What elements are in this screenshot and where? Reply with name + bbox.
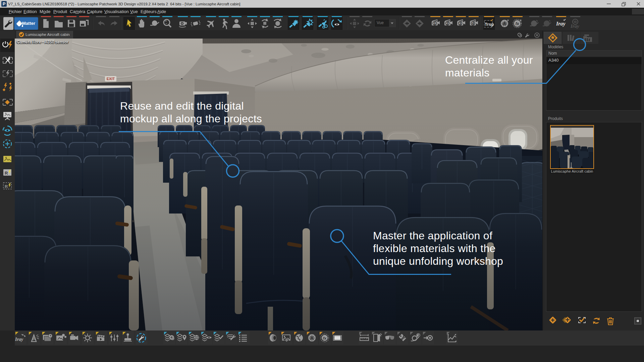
svg-text:Iray: Iray <box>570 23 579 29</box>
svg-text:1: 1 <box>434 21 436 25</box>
svg-text:Trsp: Trsp <box>485 22 494 27</box>
svg-text:fx: fx <box>516 21 520 26</box>
svg-text:3: 3 <box>459 21 461 25</box>
svg-text:Iray: Iray <box>15 337 23 342</box>
svg-text:A: A <box>310 336 314 341</box>
svg-text:R: R <box>33 336 36 341</box>
svg-text:R: R <box>5 171 8 176</box>
svg-text:fx: fx <box>323 336 327 340</box>
svg-text:2: 2 <box>446 21 448 25</box>
svg-text:−: − <box>165 22 167 25</box>
svg-text:Iray: Iray <box>556 21 566 27</box>
svg-text:4: 4 <box>472 21 474 25</box>
svg-text:A: A <box>503 21 506 26</box>
svg-text:R: R <box>5 184 8 189</box>
